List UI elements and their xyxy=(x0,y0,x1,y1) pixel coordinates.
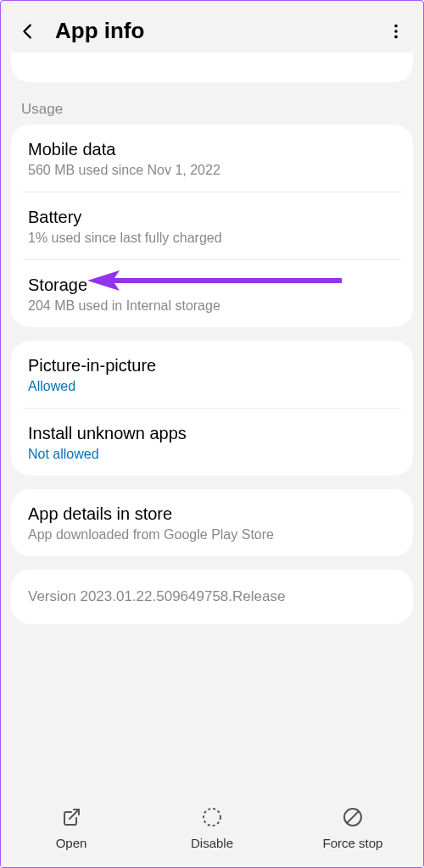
svg-line-4 xyxy=(70,810,79,819)
pip-item[interactable]: Picture-in-picture Allowed xyxy=(11,341,413,408)
battery-item[interactable]: Battery 1% used since last fully charged xyxy=(11,192,413,259)
storage-item[interactable]: Storage 204 MB used in Internal storage xyxy=(11,260,413,327)
usage-card: Mobile data 560 MB used since Nov 1, 202… xyxy=(11,125,413,327)
open-icon xyxy=(59,805,83,829)
battery-title: Battery xyxy=(28,208,396,227)
mobile-data-item[interactable]: Mobile data 560 MB used since Nov 1, 202… xyxy=(11,125,413,192)
version-card: Version 2023.01.22.509649758.Release xyxy=(11,570,413,624)
usage-section-label: Usage xyxy=(11,89,413,125)
force-stop-label: Force stop xyxy=(323,836,383,850)
svg-point-1 xyxy=(394,30,398,33)
storage-sub: 204 MB used in Internal storage xyxy=(28,298,396,314)
bottom-bar: Open Disable Force stop xyxy=(1,793,423,867)
install-unknown-title: Install unknown apps xyxy=(28,424,396,443)
app-details-item[interactable]: App details in store App downloaded from… xyxy=(11,489,413,556)
version-text: Version 2023.01.22.509649758.Release xyxy=(28,588,285,604)
app-details-title: App details in store xyxy=(28,504,396,524)
store-card: App details in store App downloaded from… xyxy=(11,489,413,556)
storage-title: Storage xyxy=(28,275,396,295)
page-title: App info xyxy=(55,18,369,44)
open-button[interactable]: Open xyxy=(20,805,122,850)
svg-point-0 xyxy=(394,24,398,27)
disable-button[interactable]: Disable xyxy=(161,805,263,850)
disable-label: Disable xyxy=(191,836,233,850)
install-unknown-sub: Not allowed xyxy=(28,447,396,462)
force-stop-icon xyxy=(341,805,365,829)
battery-sub: 1% used since last fully charged xyxy=(28,231,396,246)
disable-icon xyxy=(200,805,224,829)
more-icon[interactable] xyxy=(386,21,406,42)
force-stop-button[interactable]: Force stop xyxy=(302,805,404,850)
mobile-data-title: Mobile data xyxy=(28,140,396,159)
app-details-sub: App downloaded from Google Play Store xyxy=(28,527,396,542)
open-label: Open xyxy=(56,836,87,850)
header: App info xyxy=(1,1,423,53)
svg-point-5 xyxy=(204,809,220,826)
mobile-data-sub: 560 MB used since Nov 1, 2022 xyxy=(28,163,396,178)
pip-title: Picture-in-picture xyxy=(28,356,396,376)
content: Usage Mobile data 560 MB used since Nov … xyxy=(1,53,423,793)
partial-card-top xyxy=(11,53,413,82)
svg-point-2 xyxy=(394,35,398,38)
back-icon[interactable] xyxy=(18,21,38,42)
svg-line-7 xyxy=(347,811,359,823)
pip-sub: Allowed xyxy=(28,379,396,394)
permissions-card: Picture-in-picture Allowed Install unkno… xyxy=(11,341,413,476)
install-unknown-item[interactable]: Install unknown apps Not allowed xyxy=(11,409,413,476)
